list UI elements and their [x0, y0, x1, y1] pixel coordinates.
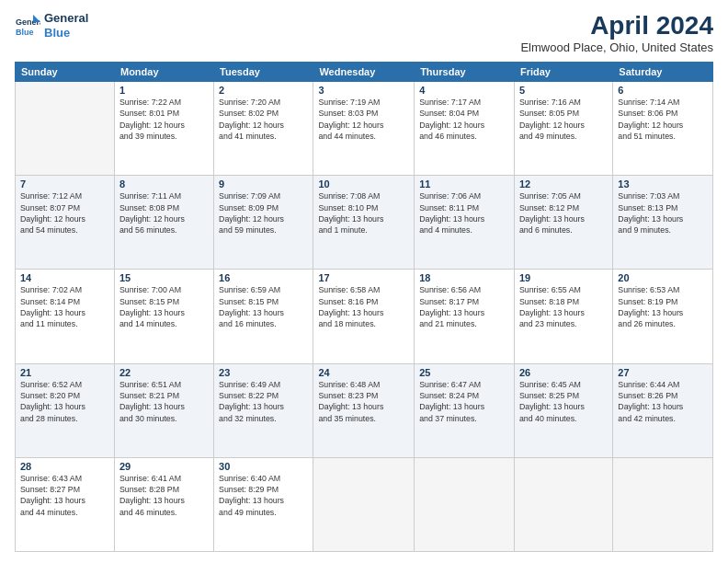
day-header-monday: Monday [114, 63, 213, 82]
cell-info-text: Sunrise: 7:05 AM Sunset: 8:12 PM Dayligh… [519, 190, 608, 236]
cell-info-text: Sunrise: 7:22 AM Sunset: 8:01 PM Dayligh… [119, 97, 209, 142]
calendar-cell: 7Sunrise: 7:12 AM Sunset: 8:07 PM Daylig… [16, 176, 115, 270]
calendar-week-3: 14Sunrise: 7:02 AM Sunset: 8:14 PM Dayli… [16, 270, 713, 363]
cell-date-number: 29 [119, 461, 209, 472]
cell-date-number: 15 [119, 272, 209, 283]
calendar-table: SundayMondayTuesdayWednesdayThursdayFrid… [15, 62, 713, 552]
calendar-week-4: 21Sunrise: 6:52 AM Sunset: 8:20 PM Dayli… [16, 363, 713, 457]
calendar-cell: 17Sunrise: 6:58 AM Sunset: 8:16 PM Dayli… [313, 270, 415, 363]
cell-date-number: 23 [219, 367, 308, 378]
cell-info-text: Sunrise: 7:11 AM Sunset: 8:08 PM Dayligh… [119, 190, 209, 236]
day-header-friday: Friday [514, 63, 612, 82]
header: General Blue General Blue April 2024 Elm… [15, 11, 713, 54]
calendar-week-2: 7Sunrise: 7:12 AM Sunset: 8:07 PM Daylig… [16, 176, 713, 270]
cell-info-text: Sunrise: 6:44 AM Sunset: 8:26 PM Dayligh… [618, 379, 708, 424]
calendar-week-5: 28Sunrise: 6:43 AM Sunset: 8:27 PM Dayli… [16, 457, 713, 551]
calendar-cell: 22Sunrise: 6:51 AM Sunset: 8:21 PM Dayli… [114, 363, 213, 457]
day-header-tuesday: Tuesday [214, 63, 313, 82]
cell-info-text: Sunrise: 7:00 AM Sunset: 8:15 PM Dayligh… [119, 284, 209, 329]
calendar-cell: 12Sunrise: 7:05 AM Sunset: 8:12 PM Dayli… [514, 176, 612, 270]
cell-info-text: Sunrise: 7:06 AM Sunset: 8:11 PM Dayligh… [419, 190, 509, 236]
cell-info-text: Sunrise: 7:17 AM Sunset: 8:04 PM Dayligh… [419, 97, 509, 142]
cell-info-text: Sunrise: 6:55 AM Sunset: 8:18 PM Dayligh… [519, 284, 608, 329]
cell-date-number: 20 [618, 272, 708, 283]
calendar-cell: 19Sunrise: 6:55 AM Sunset: 8:18 PM Dayli… [514, 270, 612, 363]
cell-info-text: Sunrise: 6:53 AM Sunset: 8:19 PM Dayligh… [618, 284, 708, 329]
day-header-wednesday: Wednesday [313, 63, 415, 82]
cell-date-number: 18 [419, 272, 509, 283]
calendar-cell: 6Sunrise: 7:14 AM Sunset: 8:06 PM Daylig… [613, 82, 713, 176]
calendar-cell: 11Sunrise: 7:06 AM Sunset: 8:11 PM Dayli… [415, 176, 515, 270]
cell-info-text: Sunrise: 6:41 AM Sunset: 8:28 PM Dayligh… [119, 473, 209, 518]
calendar-cell: 21Sunrise: 6:52 AM Sunset: 8:20 PM Dayli… [16, 363, 115, 457]
cell-date-number: 7 [20, 178, 109, 190]
cell-info-text: Sunrise: 7:02 AM Sunset: 8:14 PM Dayligh… [20, 284, 109, 329]
cell-info-text: Sunrise: 6:49 AM Sunset: 8:22 PM Dayligh… [219, 379, 308, 424]
calendar-cell [16, 82, 115, 176]
calendar-cell: 14Sunrise: 7:02 AM Sunset: 8:14 PM Dayli… [16, 270, 115, 363]
logo-icon: General Blue [15, 13, 40, 39]
page: General Blue General Blue April 2024 Elm… [0, 0, 728, 563]
calendar-cell: 16Sunrise: 6:59 AM Sunset: 8:15 PM Dayli… [214, 270, 313, 363]
cell-date-number: 19 [519, 272, 608, 283]
cell-date-number: 9 [219, 178, 308, 190]
calendar-cell: 20Sunrise: 6:53 AM Sunset: 8:19 PM Dayli… [613, 270, 713, 363]
cell-info-text: Sunrise: 7:09 AM Sunset: 8:09 PM Dayligh… [219, 190, 308, 236]
cell-info-text: Sunrise: 6:40 AM Sunset: 8:29 PM Dayligh… [219, 473, 308, 518]
cell-info-text: Sunrise: 7:14 AM Sunset: 8:06 PM Dayligh… [618, 97, 708, 142]
cell-date-number: 3 [318, 85, 409, 96]
day-header-sunday: Sunday [16, 63, 115, 82]
calendar-cell: 1Sunrise: 7:22 AM Sunset: 8:01 PM Daylig… [114, 82, 213, 176]
cell-info-text: Sunrise: 6:47 AM Sunset: 8:24 PM Dayligh… [419, 379, 509, 424]
cell-date-number: 16 [219, 272, 308, 283]
logo-general: General [44, 11, 88, 26]
cell-date-number: 8 [119, 178, 209, 190]
cell-date-number: 6 [618, 85, 708, 96]
cell-date-number: 27 [618, 367, 708, 378]
title-block: April 2024 Elmwood Place, Ohio, United S… [520, 11, 713, 54]
calendar-cell: 27Sunrise: 6:44 AM Sunset: 8:26 PM Dayli… [613, 363, 713, 457]
calendar-cell: 4Sunrise: 7:17 AM Sunset: 8:04 PM Daylig… [415, 82, 515, 176]
calendar-cell: 18Sunrise: 6:56 AM Sunset: 8:17 PM Dayli… [415, 270, 515, 363]
cell-info-text: Sunrise: 7:08 AM Sunset: 8:10 PM Dayligh… [318, 190, 409, 236]
calendar-cell [514, 457, 612, 551]
calendar-cell: 10Sunrise: 7:08 AM Sunset: 8:10 PM Dayli… [313, 176, 415, 270]
cell-date-number: 21 [20, 367, 109, 378]
day-header-saturday: Saturday [613, 63, 713, 82]
cell-info-text: Sunrise: 6:59 AM Sunset: 8:15 PM Dayligh… [219, 284, 308, 329]
cell-date-number: 13 [618, 178, 708, 190]
cell-date-number: 22 [119, 367, 209, 378]
cell-info-text: Sunrise: 6:58 AM Sunset: 8:16 PM Dayligh… [318, 284, 409, 329]
cell-date-number: 2 [219, 85, 308, 96]
calendar-cell: 8Sunrise: 7:11 AM Sunset: 8:08 PM Daylig… [114, 176, 213, 270]
calendar-title: April 2024 [520, 11, 713, 40]
cell-date-number: 30 [219, 461, 308, 472]
calendar-subtitle: Elmwood Place, Ohio, United States [520, 40, 713, 54]
calendar-cell: 3Sunrise: 7:19 AM Sunset: 8:03 PM Daylig… [313, 82, 415, 176]
calendar-cell: 2Sunrise: 7:20 AM Sunset: 8:02 PM Daylig… [214, 82, 313, 176]
cell-info-text: Sunrise: 6:48 AM Sunset: 8:23 PM Dayligh… [318, 379, 409, 424]
cell-date-number: 25 [419, 367, 509, 378]
cell-date-number: 24 [318, 367, 409, 378]
calendar-cell: 13Sunrise: 7:03 AM Sunset: 8:13 PM Dayli… [613, 176, 713, 270]
cell-date-number: 26 [519, 367, 608, 378]
calendar-cell [313, 457, 415, 551]
cell-date-number: 10 [318, 178, 409, 190]
cell-info-text: Sunrise: 6:43 AM Sunset: 8:27 PM Dayligh… [20, 473, 109, 518]
logo-blue: Blue [44, 26, 88, 40]
calendar-cell: 9Sunrise: 7:09 AM Sunset: 8:09 PM Daylig… [214, 176, 313, 270]
cell-info-text: Sunrise: 7:16 AM Sunset: 8:05 PM Dayligh… [519, 97, 608, 142]
calendar-cell: 26Sunrise: 6:45 AM Sunset: 8:25 PM Dayli… [514, 363, 612, 457]
cell-info-text: Sunrise: 7:03 AM Sunset: 8:13 PM Dayligh… [618, 190, 708, 236]
calendar-cell: 15Sunrise: 7:00 AM Sunset: 8:15 PM Dayli… [114, 270, 213, 363]
calendar-cell: 29Sunrise: 6:41 AM Sunset: 8:28 PM Dayli… [114, 457, 213, 551]
cell-date-number: 11 [419, 178, 509, 190]
cell-info-text: Sunrise: 7:19 AM Sunset: 8:03 PM Dayligh… [318, 97, 409, 142]
cell-date-number: 17 [318, 272, 409, 283]
day-header-thursday: Thursday [415, 63, 515, 82]
cell-info-text: Sunrise: 7:20 AM Sunset: 8:02 PM Dayligh… [219, 97, 308, 142]
svg-text:Blue: Blue [16, 28, 34, 37]
logo: General Blue General Blue [15, 11, 88, 40]
cell-info-text: Sunrise: 7:12 AM Sunset: 8:07 PM Dayligh… [20, 190, 109, 236]
calendar-header-row: SundayMondayTuesdayWednesdayThursdayFrid… [16, 63, 713, 82]
